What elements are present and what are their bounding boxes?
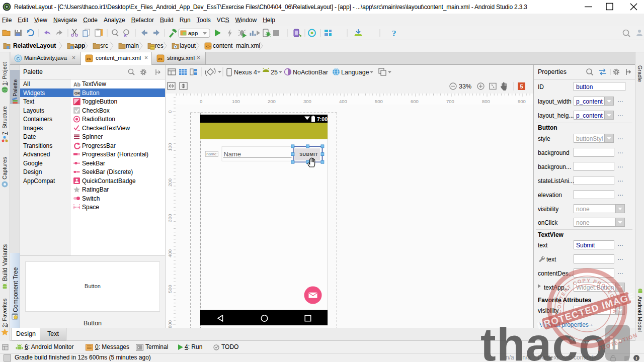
svg-text:0: 0 <box>200 99 202 104</box>
svg-text:<>: <> <box>206 44 211 49</box>
svg-text:<>: <> <box>158 57 163 61</box>
svg-text:500: 500 <box>375 99 383 104</box>
svg-text:app: app <box>188 30 198 36</box>
svg-text:900: 900 <box>518 99 526 104</box>
svg-text:Language: Language <box>341 69 369 76</box>
svg-text:?: ? <box>392 29 396 38</box>
svg-text:300: 300 <box>303 99 311 104</box>
svg-text:33%: 33% <box>459 83 471 90</box>
svg-text:700: 700 <box>446 99 454 104</box>
svg-text:300: 300 <box>167 214 173 222</box>
svg-text:Nexus 4: Nexus 4 <box>234 69 257 76</box>
svg-text:400: 400 <box>339 99 347 104</box>
svg-text:0: 0 <box>167 110 173 113</box>
svg-text:100: 100 <box>232 99 240 104</box>
svg-text:25: 25 <box>271 69 278 76</box>
svg-text:name:: name: <box>206 152 217 156</box>
svg-text:7:00: 7:00 <box>317 116 328 122</box>
svg-text:OK: OK <box>74 91 80 96</box>
svg-text:200: 200 <box>268 99 276 104</box>
svg-text:Ab: Ab <box>73 81 80 87</box>
svg-text:<>: <> <box>87 57 92 61</box>
svg-text:600: 600 <box>411 99 419 104</box>
svg-text:!: ! <box>635 356 637 361</box>
svg-text:400: 400 <box>167 249 173 257</box>
svg-text:200: 200 <box>167 178 173 187</box>
svg-text:Name: Name <box>223 150 241 158</box>
svg-text:500: 500 <box>167 285 173 293</box>
svg-text:5: 5 <box>520 83 523 89</box>
svg-text:100: 100 <box>167 143 173 151</box>
svg-text:NoActionBar: NoActionBar <box>293 69 328 76</box>
svg-text:SUBMIT: SUBMIT <box>299 152 318 157</box>
svg-text:600: 600 <box>167 320 173 328</box>
svg-text:800: 800 <box>482 99 490 104</box>
svg-text:C: C <box>17 56 20 61</box>
